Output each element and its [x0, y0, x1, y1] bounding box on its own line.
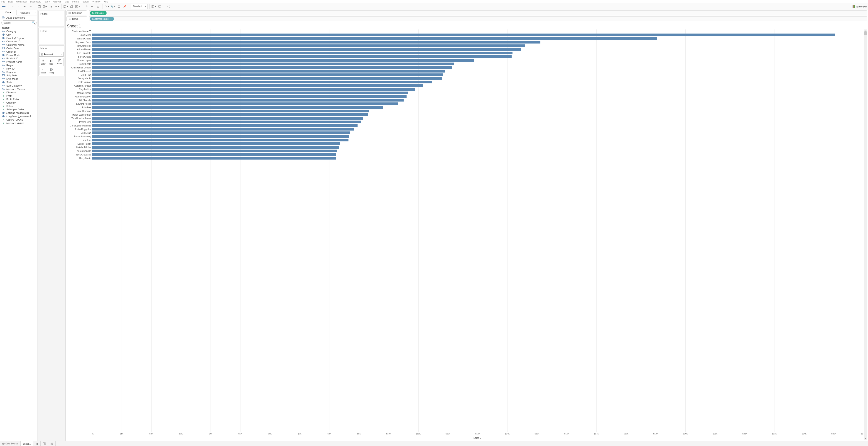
pages-shelf[interactable]: Pages — [38, 11, 64, 27]
y-tick-label[interactable]: Justin Deggeller — [66, 127, 92, 131]
bar[interactable] — [92, 34, 835, 36]
pin-icon[interactable]: 📌 — [122, 4, 127, 9]
field-category[interactable]: AbcCategory — [0, 30, 37, 33]
back-icon[interactable]: ← — [10, 4, 15, 9]
bar[interactable] — [92, 113, 368, 116]
y-tick-label[interactable]: Grant Thornton — [66, 109, 92, 113]
bar-row[interactable] — [92, 33, 864, 37]
bar-row[interactable] — [92, 66, 864, 69]
field-order-id[interactable]: AbcOrder ID — [0, 50, 37, 53]
y-tick-label[interactable]: Sean Miller — [66, 33, 92, 37]
bar-row[interactable] — [92, 131, 864, 135]
bar[interactable] — [92, 84, 423, 87]
field-ship-date[interactable]: Ship Date — [0, 74, 37, 77]
new-dashboard-icon[interactable] — [41, 441, 48, 446]
y-tick-label[interactable]: Peter Fuller — [66, 120, 92, 124]
bar-row[interactable] — [92, 47, 864, 51]
bar[interactable] — [92, 73, 443, 76]
bar[interactable] — [92, 142, 340, 145]
y-tick-label[interactable]: Natalie Fritzler — [66, 145, 92, 149]
field-region[interactable]: AbcRegion — [0, 64, 37, 67]
field-longitude-generated-[interactable]: Longitude (generated) — [0, 114, 37, 118]
forward-icon[interactable]: → — [16, 4, 21, 9]
bar-row[interactable] — [92, 55, 864, 59]
bar-row[interactable] — [92, 138, 864, 142]
bar-row[interactable] — [92, 153, 864, 157]
bar[interactable] — [92, 157, 336, 160]
bar[interactable] — [92, 131, 350, 134]
y-tick-label[interactable]: Maria Etezadi — [66, 91, 92, 95]
bar-row[interactable] — [92, 73, 864, 77]
bar-row[interactable] — [92, 77, 864, 80]
filters-shelf[interactable]: Filters — [38, 28, 64, 44]
bar-row[interactable] — [92, 106, 864, 109]
menu-help[interactable]: Help — [104, 0, 108, 3]
y-tick-label[interactable]: Harry Marie — [66, 157, 92, 160]
labels-icon[interactable]: T — [116, 4, 121, 9]
highlight-icon[interactable]: ✎ — [104, 4, 110, 9]
sort-asc-icon[interactable] — [90, 4, 95, 9]
scroll-thumb[interactable] — [864, 31, 867, 35]
bar-row[interactable] — [92, 80, 864, 84]
bar-row[interactable] — [92, 44, 864, 47]
new-worksheet-icon[interactable] — [33, 441, 41, 446]
field-product-id[interactable]: AbcProduct ID — [0, 57, 37, 60]
bar-row[interactable] — [92, 120, 864, 124]
menu-dashboard[interactable]: Dashboard — [30, 0, 41, 3]
y-tick-label[interactable]: Joe Elijah — [66, 131, 92, 135]
bar-row[interactable] — [92, 102, 864, 106]
presentation-icon[interactable] — [157, 4, 162, 9]
bar[interactable] — [92, 124, 358, 127]
mark-type-dropdown[interactable]: ▥Automatic — [39, 52, 64, 57]
field-sales[interactable]: Sales — [0, 104, 37, 108]
bar-row[interactable] — [92, 91, 864, 95]
y-tick-label[interactable]: Tom Boeckenhauer — [66, 116, 92, 120]
y-tick-label[interactable]: Raymond Buch — [66, 40, 92, 44]
vertical-scrollbar[interactable]: ▴ ▾ — [864, 30, 867, 440]
clear-icon[interactable] — [75, 4, 80, 9]
field-customer-id[interactable]: AbcCustomer ID — [0, 40, 37, 43]
bar-row[interactable] — [92, 116, 864, 120]
y-tick-label[interactable]: Becky Martin — [66, 77, 92, 80]
menu-worksheet[interactable]: Worksheet — [16, 0, 27, 3]
menu-file[interactable]: File — [1, 0, 5, 3]
field-ship-mode[interactable]: AbcShip Mode — [0, 77, 37, 80]
bar[interactable] — [92, 102, 398, 105]
y-tick-label[interactable]: Sanjit Chand — [66, 55, 92, 59]
bar-row[interactable] — [92, 69, 864, 73]
bar[interactable] — [92, 121, 361, 123]
field-country-region[interactable]: Country/Region — [0, 36, 37, 40]
menu-analysis[interactable]: Analysis — [53, 0, 61, 3]
search-input[interactable] — [1, 21, 36, 25]
menu-story[interactable]: Story — [44, 0, 50, 3]
bar[interactable] — [92, 41, 540, 43]
bar[interactable] — [92, 95, 407, 98]
sort-desc-icon[interactable] — [96, 4, 101, 9]
bar-row[interactable] — [92, 51, 864, 55]
field-city[interactable]: City — [0, 33, 37, 36]
bar-row[interactable] — [92, 62, 864, 66]
field-postal-code[interactable]: Postal Code — [0, 53, 37, 57]
cards-icon[interactable] — [151, 4, 156, 9]
field-profit-ratio[interactable]: Profit Ratio — [0, 98, 37, 101]
y-tick-label[interactable]: Laura Armstrong — [66, 135, 92, 138]
new-story-icon[interactable] — [48, 441, 56, 446]
data-source-tab[interactable]: Data Source — [0, 441, 21, 446]
bar[interactable] — [92, 70, 445, 72]
bar[interactable] — [92, 135, 349, 138]
tab-data[interactable]: Data — [0, 10, 17, 15]
datasource-row[interactable]: DS28 Superstore — [0, 15, 37, 20]
new-sheet-icon[interactable] — [63, 4, 68, 9]
y-tick-label[interactable]: Helen Wasserman — [66, 113, 92, 116]
bar-row[interactable] — [92, 40, 864, 44]
bar-row[interactable] — [92, 88, 864, 91]
sheet-title[interactable]: Sheet 1 — [66, 22, 868, 30]
pill-customer-name[interactable]: Customer Name — [90, 17, 114, 21]
bar-row[interactable] — [92, 113, 864, 116]
x-axis-label[interactable]: Sales — [92, 436, 864, 440]
field-measure-values[interactable]: Measure Values — [0, 121, 37, 125]
fit-dropdown[interactable]: Standard — [131, 4, 148, 9]
field-quantity[interactable]: Quantity — [0, 101, 37, 104]
field-state[interactable]: State — [0, 80, 37, 84]
y-tick-label[interactable]: Greg Tran — [66, 73, 92, 77]
